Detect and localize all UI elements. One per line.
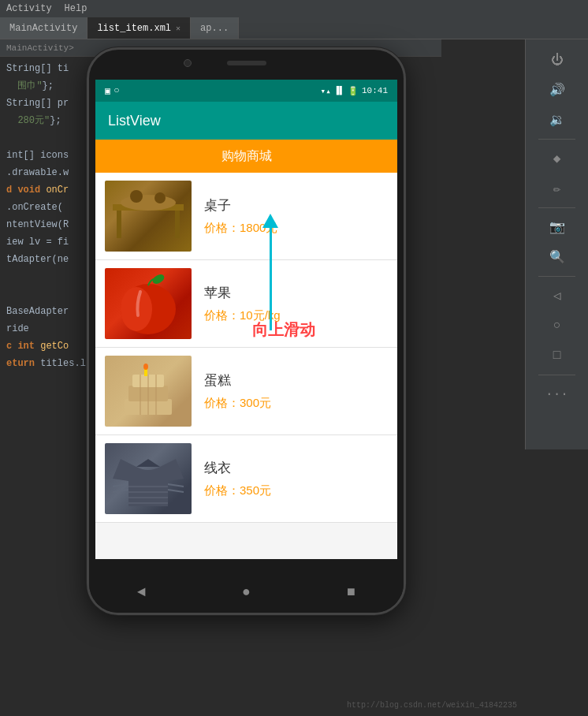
svg-rect-1 bbox=[117, 211, 121, 238]
status-right-icons: ▾▴ ▐▌ 🔋 10:41 bbox=[321, 86, 388, 96]
item-image-apple bbox=[105, 268, 192, 339]
svg-line-19 bbox=[168, 484, 184, 487]
item-price-sweater: 价格：350元 bbox=[204, 483, 388, 498]
battery-icon: 🔋 bbox=[348, 86, 359, 96]
panel-divider-3 bbox=[538, 276, 575, 277]
phone-nav: ◄ ● ■ bbox=[89, 572, 404, 613]
list-item[interactable]: 桌子 价格：1800元 bbox=[95, 173, 397, 260]
svg-line-18 bbox=[113, 490, 128, 492]
zoom-in-icon[interactable]: 🔍 bbox=[543, 243, 571, 271]
svg-line-20 bbox=[168, 490, 184, 492]
menu-bar: Activity Help bbox=[0, 0, 588, 17]
svg-point-3 bbox=[121, 195, 176, 211]
item-name-cake: 蛋糕 bbox=[204, 371, 388, 390]
right-panel: ⏻ 🔊 🔉 ◆ ✏ 📷 🔍 ◁ ○ □ ··· bbox=[525, 39, 588, 449]
item-price-cake: 价格：300元 bbox=[204, 396, 388, 411]
item-price-apple: 价格：10元/kg bbox=[204, 308, 388, 323]
svg-point-8 bbox=[151, 273, 166, 286]
nav-recent-button[interactable]: ■ bbox=[340, 580, 363, 604]
svg-point-5 bbox=[154, 192, 166, 203]
item-info-sweater: 线衣 价格：350元 bbox=[192, 459, 388, 498]
diamond-icon[interactable]: ◆ bbox=[543, 144, 571, 173]
tab-close-icon[interactable]: ✕ bbox=[176, 24, 180, 33]
power-icon[interactable]: ⏻ bbox=[543, 46, 571, 74]
menu-help[interactable]: Help bbox=[65, 3, 87, 14]
back-icon[interactable]: ◁ bbox=[543, 282, 571, 310]
svg-point-16 bbox=[143, 364, 148, 370]
panel-divider bbox=[538, 139, 575, 140]
eraser-icon[interactable]: ✏ bbox=[543, 174, 571, 203]
item-name-apple: 苹果 bbox=[204, 284, 388, 302]
item-image-sweater bbox=[105, 443, 192, 514]
volume-up-icon[interactable]: 🔊 bbox=[543, 76, 571, 104]
more-icon[interactable]: ··· bbox=[543, 380, 571, 408]
time-display: 10:41 bbox=[362, 86, 388, 95]
status-bar: ▣ ○ ▾▴ ▐▌ 🔋 10:41 bbox=[95, 80, 397, 102]
svg-rect-2 bbox=[175, 211, 180, 238]
orange-banner: 购物商城 bbox=[95, 140, 397, 173]
app-toolbar: ListView bbox=[95, 102, 397, 140]
phone-speaker bbox=[227, 61, 266, 65]
list-container: 桌子 价格：1800元 bbox=[95, 173, 397, 523]
item-info-apple: 苹果 价格：10元/kg bbox=[192, 284, 388, 323]
nav-back-button[interactable]: ◄ bbox=[130, 580, 154, 604]
item-price-table: 价格：1800元 bbox=[204, 221, 388, 236]
nav-home-button[interactable]: ● bbox=[235, 580, 259, 604]
home-icon[interactable]: ○ bbox=[543, 311, 571, 340]
menu-activity[interactable]: Activity bbox=[6, 3, 52, 14]
signal-icon: ▐▌ bbox=[334, 86, 344, 95]
phone-camera bbox=[184, 59, 192, 67]
list-item[interactable]: 蛋糕 价格：300元 bbox=[95, 348, 397, 435]
wifi-icon: ▾▴ bbox=[321, 86, 331, 96]
circle-icon: ○ bbox=[114, 85, 119, 96]
list-item[interactable]: 线衣 价格：350元 bbox=[95, 435, 397, 523]
phone-device: ▣ ○ ▾▴ ▐▌ 🔋 10:41 ListView 购物商城 bbox=[87, 47, 406, 615]
item-image-table bbox=[105, 181, 192, 252]
toolbar-title: ListView bbox=[108, 113, 161, 129]
status-left-icons: ▣ ○ bbox=[105, 85, 119, 97]
list-item[interactable]: 苹果 价格：10元/kg bbox=[95, 260, 397, 348]
item-info-cake: 蛋糕 价格：300元 bbox=[192, 371, 388, 411]
svg-point-4 bbox=[130, 190, 143, 203]
phone-body: ▣ ○ ▾▴ ▐▌ 🔋 10:41 ListView 购物商城 bbox=[87, 47, 406, 615]
volume-down-icon[interactable]: 🔉 bbox=[543, 106, 571, 134]
recent-icon[interactable]: □ bbox=[543, 341, 571, 370]
item-name-sweater: 线衣 bbox=[204, 459, 388, 477]
tab-app[interactable]: ap... bbox=[191, 17, 239, 39]
item-name-table: 桌子 bbox=[204, 196, 388, 214]
tab-bar: MainActivity list_item.xml ✕ ap... bbox=[0, 17, 588, 39]
panel-divider-2 bbox=[538, 207, 575, 208]
item-info-table: 桌子 价格：1800元 bbox=[192, 196, 388, 236]
phone-screen: ▣ ○ ▾▴ ▐▌ 🔋 10:41 ListView 购物商城 bbox=[95, 80, 397, 559]
svg-line-17 bbox=[113, 484, 128, 487]
tab-mainactivity[interactable]: MainActivity bbox=[0, 17, 87, 39]
banner-text: 购物商城 bbox=[221, 148, 272, 165]
watermark: http://blog.csdn.net/weixin_41842235 bbox=[347, 701, 517, 710]
panel-divider-4 bbox=[538, 375, 575, 375]
tab-list-item-xml[interactable]: list_item.xml ✕ bbox=[87, 17, 191, 39]
sim-icon: ▣ bbox=[105, 85, 110, 97]
camera-icon[interactable]: 📷 bbox=[543, 213, 571, 241]
item-image-cake bbox=[105, 356, 192, 427]
